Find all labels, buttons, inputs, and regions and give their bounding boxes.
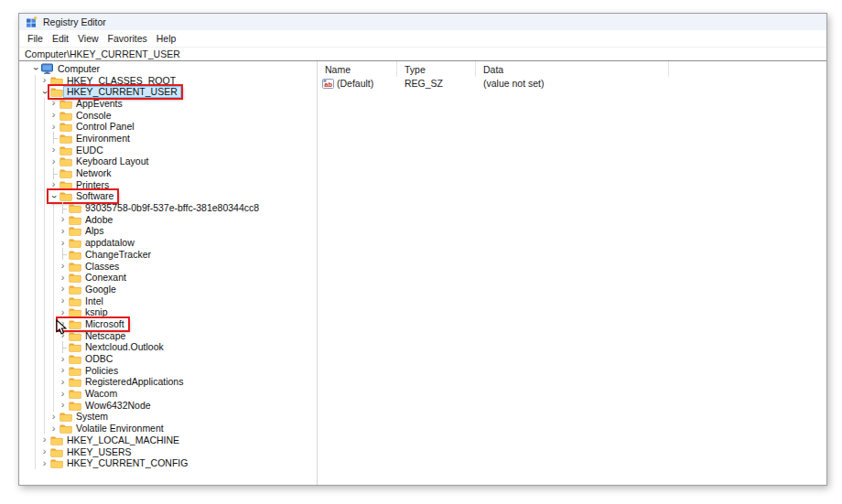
tree-item[interactable]: ›Computer	[19, 63, 317, 75]
tree-item-label[interactable]: appdatalow	[81, 237, 138, 249]
tree-item[interactable]: ›Policies	[19, 365, 317, 377]
tree-item[interactable]: ›Intel	[19, 295, 317, 307]
tree-item-label[interactable]: Console	[72, 110, 115, 122]
tree-item-label[interactable]: Netscape	[81, 330, 129, 342]
chevron-right-icon[interactable]: ›	[58, 318, 68, 329]
column-header-type[interactable]: Type	[397, 61, 476, 77]
chevron-right-icon[interactable]: ›	[58, 330, 68, 341]
chevron-right-icon[interactable]: ›	[39, 446, 49, 457]
tree-item[interactable]: ›EUDC	[19, 145, 317, 156]
tree-item-label[interactable]: Alps	[81, 225, 107, 237]
chevron-right-icon[interactable]: ›	[58, 273, 68, 284]
chevron-right-icon[interactable]: ›	[49, 122, 59, 133]
chevron-right-icon[interactable]: ›	[49, 424, 59, 434]
tree-item-label[interactable]: Environment	[72, 133, 134, 145]
tree-item-label[interactable]: Volatile Environment	[72, 423, 167, 434]
chevron-right-icon[interactable]: ›	[49, 179, 59, 190]
tree-item[interactable]: ›HKEY_LOCAL_MACHINE	[19, 434, 317, 446]
chevron-down-icon[interactable]: ›	[49, 191, 59, 201]
tree-item-label[interactable]: HKEY_LOCAL_MACHINE	[63, 434, 183, 446]
tree-item-label[interactable]: Control Panel	[72, 121, 138, 133]
tree-item-label[interactable]: Conexant	[81, 272, 130, 284]
tree-item-label[interactable]: EUDC	[72, 145, 107, 156]
chevron-right-icon[interactable]: ›	[58, 307, 68, 318]
chevron-right-icon[interactable]: ›	[58, 226, 68, 237]
tree-item-label[interactable]: HKEY_USERS	[63, 446, 135, 458]
tree-item[interactable]: ›HKEY_CURRENT_USER	[19, 86, 317, 98]
chevron-right-icon[interactable]: ›	[58, 389, 68, 400]
tree-item[interactable]: ›Adobe	[19, 214, 317, 226]
tree-item-label[interactable]: Classes	[81, 261, 123, 273]
tree-item[interactable]: ›Wow6432Node	[19, 400, 317, 412]
tree-item[interactable]: ›Conexant	[19, 272, 317, 284]
chevron-right-icon[interactable]: ›	[58, 238, 68, 249]
chevron-right-icon[interactable]: ›	[58, 214, 68, 225]
chevron-right-icon[interactable]: ›	[39, 75, 49, 86]
tree-item[interactable]: ›Netscape	[19, 330, 317, 342]
tree-item[interactable]: ›Microsoft	[19, 318, 317, 330]
tree-item-label[interactable]: Software	[72, 190, 117, 202]
tree-item-label[interactable]: Google	[81, 284, 120, 295]
tree-item[interactable]: ›HKEY_CLASSES_ROOT	[19, 75, 317, 87]
tree-item-label[interactable]: Network	[72, 167, 115, 179]
tree-item-label[interactable]: Computer	[54, 63, 103, 75]
tree-item-label[interactable]: Nextcloud.Outlook	[81, 341, 167, 353]
chevron-right-icon[interactable]: ›	[58, 377, 68, 388]
tree-item[interactable]: ›ODBC	[19, 353, 317, 365]
tree-item[interactable]: ›System	[19, 412, 317, 424]
chevron-right-icon[interactable]: ›	[58, 365, 68, 376]
menu-item-view[interactable]: View	[73, 33, 103, 44]
tree-item-label[interactable]: ksnip	[81, 306, 112, 318]
tree-item-label[interactable]: Wow6432Node	[81, 400, 155, 412]
tree-pane[interactable]: ›Computer›HKEY_CLASSES_ROOT›HKEY_CURRENT…	[19, 61, 318, 485]
tree-item[interactable]: ›HKEY_CURRENT_CONFIG	[19, 457, 317, 469]
chevron-right-icon[interactable]: ›	[39, 458, 49, 469]
chevron-right-icon[interactable]: ›	[39, 434, 49, 445]
chevron-right-icon[interactable]: ›	[58, 295, 68, 306]
tree-item[interactable]: ›AppEvents	[19, 98, 317, 110]
tree-item-label[interactable]: Adobe	[81, 214, 116, 226]
chevron-down-icon[interactable]: ›	[30, 64, 41, 74]
tree-item[interactable]: ›Alps	[19, 226, 317, 238]
column-header-data[interactable]: Data	[476, 61, 669, 77]
tree-item-label[interactable]: Microsoft	[81, 318, 128, 330]
chevron-right-icon[interactable]: ›	[49, 145, 59, 155]
tree-item[interactable]: Network	[19, 167, 317, 179]
tree-item-label[interactable]: Policies	[81, 365, 122, 377]
chevron-right-icon[interactable]: ›	[58, 400, 68, 411]
tree-item[interactable]: ChangeTracker	[19, 249, 317, 261]
tree-item-label[interactable]: Printers	[72, 179, 113, 191]
tree-item[interactable]: ›Keyboard Layout	[19, 156, 317, 168]
menu-item-edit[interactable]: Edit	[48, 33, 73, 44]
tree-item-label[interactable]: AppEvents	[72, 98, 126, 110]
tree-item-label[interactable]: Wacom	[81, 388, 121, 400]
tree-item[interactable]: ›Control Panel	[19, 121, 317, 133]
chevron-right-icon[interactable]: ›	[58, 261, 68, 272]
tree-item-label[interactable]: Keyboard Layout	[72, 155, 152, 167]
tree-item-label[interactable]: ODBC	[81, 353, 116, 365]
tree-item-label[interactable]: RegisteredApplications	[81, 376, 187, 388]
menu-item-file[interactable]: File	[23, 33, 48, 44]
chevron-right-icon[interactable]: ›	[58, 354, 68, 365]
menu-item-favorites[interactable]: Favorites	[103, 33, 152, 44]
column-header-name[interactable]: Name	[318, 61, 397, 77]
chevron-right-icon[interactable]: ›	[58, 284, 68, 295]
tree-item[interactable]: ›RegisteredApplications	[19, 377, 317, 389]
tree-item-label[interactable]: Intel	[81, 295, 107, 307]
tree-item[interactable]: ›Printers	[19, 179, 317, 191]
tree-item-label[interactable]: HKEY_CURRENT_USER	[63, 86, 181, 98]
chevron-down-icon[interactable]: ›	[39, 87, 50, 97]
tree-item[interactable]: ›HKEY_USERS	[19, 446, 317, 458]
tree-item-label[interactable]: ChangeTracker	[81, 249, 155, 261]
address-input[interactable]	[25, 48, 826, 60]
tree-item[interactable]: ›Google	[19, 284, 317, 295]
tree-item[interactable]: ›ksnip	[19, 306, 317, 318]
tree-item[interactable]: Nextcloud.Outlook	[19, 342, 317, 354]
chevron-right-icon[interactable]: ›	[49, 98, 59, 109]
value-name-cell[interactable]: ab(Default)	[318, 78, 397, 89]
tree-item[interactable]: ›appdatalow	[19, 237, 317, 249]
tree-item[interactable]: ›Volatile Environment	[19, 423, 317, 434]
tree-item-label[interactable]: HKEY_CURRENT_CONFIG	[63, 457, 191, 469]
tree-item-label[interactable]: HKEY_CLASSES_ROOT	[63, 75, 179, 87]
tree-item-label[interactable]: System	[72, 411, 112, 423]
